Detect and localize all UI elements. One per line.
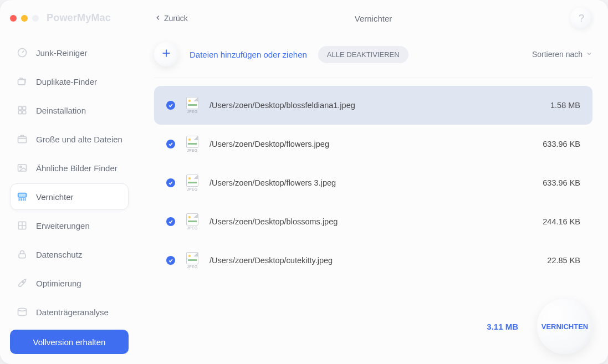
file-path: /Users/zoen/Desktop/cutekitty.jpeg: [210, 256, 520, 265]
svg-point-8: [20, 166, 22, 168]
file-size: 633.96 KB: [530, 178, 580, 187]
file-size: 633.96 KB: [530, 140, 580, 148]
sidebar-item-label: Deinstallation: [36, 106, 86, 115]
chevron-left-icon: [154, 14, 162, 23]
back-button[interactable]: Zurück: [154, 14, 188, 23]
file-path: /Users/zoen/Desktop/flowers.jpeg: [210, 140, 520, 148]
svg-rect-4: [18, 111, 22, 114]
window-controls: [10, 15, 39, 22]
sidebar-item-label: Große und alte Dateien: [36, 135, 122, 144]
sidebar-item-gro-e-und-alte-dateien[interactable]: Große und alte Dateien: [10, 126, 129, 152]
file-size: 1.58 MB: [530, 101, 580, 110]
sidebar-item-vernichter[interactable]: Vernichter: [10, 183, 129, 210]
file-checkbox[interactable]: [166, 178, 175, 187]
svg-point-17: [18, 308, 27, 311]
sidebar-nav: Junk-ReinigerDuplikate-FinderDeinstallat…: [10, 39, 129, 325]
add-files-label[interactable]: Dateien hinzufügen oder ziehen: [190, 50, 307, 59]
svg-rect-1: [18, 80, 25, 85]
file-size: 244.16 KB: [530, 217, 580, 226]
sidebar-item-duplikate-finder[interactable]: Duplikate-Finder: [10, 68, 129, 95]
svg-rect-2: [18, 106, 22, 110]
sidebar-item-label: Junk-Reiniger: [36, 48, 88, 58]
file-row[interactable]: JPEG/Users/zoen/Desktop/blossfeldiana1.j…: [154, 86, 592, 125]
maximize-dot[interactable]: [32, 15, 39, 22]
sidebar-item-junk-reiniger[interactable]: Junk-Reiniger: [10, 39, 129, 66]
file-type-icon: JPEG: [185, 97, 200, 114]
sidebar-item-label: Optimierung: [36, 279, 81, 288]
shred-action-button[interactable]: VERNICHTEN: [537, 299, 592, 354]
file-type-icon: JPEG: [185, 213, 200, 230]
file-row[interactable]: JPEG/Users/zoen/Desktop/flowers 3.jpeg63…: [154, 163, 592, 202]
back-label: Zurück: [164, 14, 188, 23]
sidebar-item-label: Duplikate-Finder: [36, 77, 97, 86]
file-type-icon: JPEG: [185, 252, 200, 269]
file-path: /Users/zoen/Desktop/flowers 3.jpeg: [210, 178, 520, 187]
sort-label: Sortieren nach: [532, 50, 583, 59]
close-dot[interactable]: [10, 15, 17, 22]
file-checkbox[interactable]: [166, 140, 175, 148]
sidebar-item--hnliche-bilder-finder[interactable]: Ähnliche Bilder Finder: [10, 155, 129, 181]
sidebar-item-optimierung[interactable]: Optimierung: [10, 270, 129, 296]
full-version-button[interactable]: Vollversion erhalten: [10, 330, 129, 354]
shredder-icon: [16, 191, 28, 203]
app-window: PowerMyMac Junk-ReinigerDuplikate-Finder…: [0, 0, 608, 364]
svg-rect-7: [18, 165, 27, 171]
sidebar-item-datenschutz[interactable]: Datenschutz: [10, 241, 129, 268]
page-title: Vernichter: [355, 14, 392, 23]
puzzle-icon: [16, 219, 28, 232]
svg-rect-5: [23, 111, 26, 114]
sidebar-item-deinstallation[interactable]: Deinstallation: [10, 97, 129, 124]
app-grid-icon: [16, 104, 28, 116]
folders-icon: [16, 75, 28, 88]
file-type-icon: JPEG: [185, 136, 200, 152]
sidebar-item-erweiterungen[interactable]: Erweiterungen: [10, 212, 129, 239]
file-row[interactable]: JPEG/Users/zoen/Desktop/flowers.jpeg633.…: [154, 125, 592, 163]
chevron-down-icon: [586, 50, 592, 59]
svg-rect-3: [23, 106, 26, 110]
svg-rect-6: [18, 137, 27, 143]
gauge-icon: [16, 47, 28, 59]
disk-icon: [16, 306, 28, 318]
file-checkbox[interactable]: [166, 217, 175, 226]
file-path: /Users/zoen/Desktop/blossoms.jpeg: [210, 217, 520, 226]
help-button[interactable]: ?: [570, 7, 592, 29]
add-files-button[interactable]: [154, 42, 178, 66]
plus-icon: [160, 47, 172, 61]
svg-point-16: [22, 281, 24, 283]
toolbar: Dateien hinzufügen oder ziehen ALLE DEAK…: [154, 37, 592, 78]
sidebar-item-label: Ähnliche Bilder Finder: [36, 163, 117, 173]
file-type-icon: JPEG: [185, 175, 200, 191]
file-row[interactable]: JPEG/Users/zoen/Desktop/blossoms.jpeg244…: [154, 202, 592, 241]
file-size: 22.85 KB: [530, 256, 580, 265]
titlebar: PowerMyMac: [10, 12, 129, 24]
sidebar-item-label: Datenträgeranalyse: [36, 307, 109, 317]
lock-icon: [16, 248, 28, 260]
image-icon: [16, 162, 28, 174]
help-icon: ?: [579, 13, 584, 24]
svg-rect-15: [19, 254, 25, 258]
topbar: Zurück Vernichter ?: [154, 0, 592, 37]
sort-button[interactable]: Sortieren nach: [532, 50, 592, 59]
file-checkbox[interactable]: [166, 256, 175, 265]
brand-label: PowerMyMac: [47, 12, 111, 24]
minimize-dot[interactable]: [21, 15, 28, 22]
sidebar-item-label: Erweiterungen: [36, 221, 90, 230]
total-size: 3.11 MB: [487, 322, 518, 331]
deactivate-all-button[interactable]: ALLE DEAKTIVIEREN: [318, 46, 408, 63]
main-area: Zurück Vernichter ? Dateien hinzufügen o…: [139, 0, 608, 364]
file-path: /Users/zoen/Desktop/blossfeldiana1.jpeg: [210, 101, 520, 110]
sidebar-item-label: Datenschutz: [36, 250, 82, 259]
rocket-icon: [16, 277, 28, 289]
file-checkbox[interactable]: [166, 101, 175, 110]
box-icon: [16, 133, 28, 145]
file-row[interactable]: JPEG/Users/zoen/Desktop/cutekitty.jpeg22…: [154, 241, 592, 280]
svg-rect-9: [18, 193, 27, 197]
sidebar: PowerMyMac Junk-ReinigerDuplikate-Finder…: [0, 0, 139, 364]
footer: 3.11 MB VERNICHTEN: [487, 299, 592, 354]
sidebar-item-label: Vernichter: [36, 192, 74, 202]
sidebar-item-datentr-geranalyse[interactable]: Datenträgeranalyse: [10, 299, 129, 325]
